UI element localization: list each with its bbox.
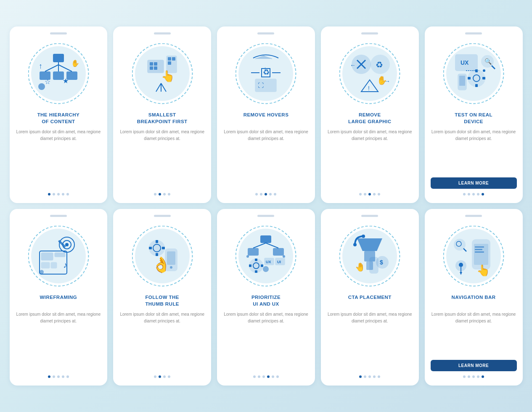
card-title-navbar: NAVIGATION BAR [452,294,496,308]
dot-4 [482,375,484,378]
svg-point-91 [246,255,249,258]
svg-rect-100 [370,257,378,273]
dot-1 [260,193,262,195]
card-body-wireframing: Lorem ipsum dolor sit dim amet, mea regi… [16,311,102,371]
dots-cta [359,375,380,378]
dot-3 [373,375,376,378]
svg-marker-110 [460,272,462,275]
dot-0 [154,375,156,378]
icon-area-device: UX 🔍 [431,38,517,109]
card-title-uiux: PRIORITIZEUI AND UX [251,294,281,308]
card-title-cta: CTA PLACEMENT [348,294,392,308]
card-notch [257,215,274,217]
card-thumb: 👌 FOLLOW THETHUMB RULE Lorem ipsum dolor… [113,209,211,386]
svg-line-79 [266,243,278,248]
svg-text:♻: ♻ [376,60,383,69]
dots-hovers [255,193,276,195]
dot-3 [477,193,479,195]
dot-5 [276,375,279,378]
card-notch [50,32,67,34]
svg-text:UX: UX [461,59,469,66]
dot-4 [378,193,380,195]
card-body-uiux: Lorem ipsum dolor sit dim amet, mea regi… [223,311,309,371]
svg-rect-88 [249,264,251,267]
svg-rect-106 [475,251,484,253]
svg-rect-86 [255,259,257,261]
dot-1 [53,375,55,378]
card-title-hovers: REMOVE HOVERS [244,112,289,125]
dots-graphic [359,193,380,195]
card-grid: ↑ ★ ☆ ✋ THE HIERARCHYOF CONTENT Lorem ip… [10,26,523,386]
dot-2 [262,375,265,378]
dot-0 [255,193,258,195]
card-breakpoint: 👆 SMALLESTBREAKPOINT FIRST Lorem ipsum d… [113,26,211,203]
card-body-device: Lorem ipsum dolor sit dim amet, mea regi… [431,129,517,173]
card-hovers: ♻ ⛶ ↓ REMOVE HOVERS Lorem ipsum dolor si… [217,26,315,203]
svg-rect-18 [168,57,171,61]
icon-area-hierarchy: ↑ ★ ☆ ✋ [16,38,102,109]
card-uiux: UX UI PRIORITIZEUI AND UX Lorem ipsum do… [217,209,315,386]
card-title-breakpoint: SMALLESTBREAKPOINT FIRST [137,112,188,125]
svg-rect-89 [261,264,263,267]
svg-point-63 [40,270,44,274]
svg-point-108 [459,263,463,267]
dot-1 [468,375,470,378]
svg-rect-62 [51,262,57,268]
cta-icon: $ 🤚 [347,232,393,280]
svg-rect-69 [149,247,152,249]
card-title-hierarchy: THE HIERARCHYOF CONTENT [37,112,80,125]
dot-0 [48,375,50,378]
dot-4 [378,375,380,378]
wireframing-icon: ♪ [35,232,82,280]
dot-2 [163,193,166,195]
svg-rect-61 [41,262,50,268]
svg-text:✋: ✋ [71,59,79,67]
svg-rect-70 [162,247,165,249]
svg-point-56 [65,243,69,246]
dot-3 [168,375,170,378]
svg-rect-44 [475,84,478,87]
card-title-wireframing: WIREFRAMING [40,294,77,308]
svg-line-22 [156,83,161,92]
svg-text:UI: UI [277,260,281,264]
dot-1 [258,375,260,378]
dot-2 [472,375,475,378]
svg-rect-67 [156,240,158,243]
svg-rect-16 [154,66,157,70]
icon-area-breakpoint: 👆 [119,38,205,109]
card-wireframing: ♪ WIREFRAMING Lorem ipsum dolor sit dim … [10,209,108,386]
dot-0 [253,375,256,378]
learn-more-button-device[interactable]: LEARN MORE [431,177,517,189]
dot-4 [66,375,69,378]
card-graphic: ♻ ! ✋ ← → REMOVELARGE GRAPHIC Lorem ipsu… [321,26,419,203]
dots-uiux [253,375,279,378]
card-body-hovers: Lorem ipsum dolor sit dim amet, mea regi… [223,129,309,189]
svg-text:👆: 👆 [161,69,175,83]
graphic-icon: ♻ ! ✋ ← → [347,50,393,98]
dot-4 [66,193,69,195]
navbar-icon: 👆 [450,232,497,280]
svg-text:👌: 👌 [152,256,171,274]
dot-3 [373,193,376,195]
learn-more-button-navbar[interactable]: LEARN MORE [431,360,517,371]
dot-0 [154,193,156,195]
card-notch [465,32,482,34]
svg-rect-87 [255,270,257,273]
svg-point-96 [353,243,357,246]
dot-3 [62,375,64,378]
card-body-cta: Lorem ipsum dolor sit dim amet, mea regi… [327,311,413,371]
dots-navbar [463,375,484,378]
dot-4 [272,375,274,378]
svg-text:→: → [384,78,390,85]
dot-3 [477,375,479,378]
icon-area-thumb: 👌 [119,220,205,292]
svg-rect-75 [260,235,271,243]
icon-area-cta: $ 🤚 [327,220,413,292]
svg-text:←: ← [350,62,356,69]
svg-text:↓: ↓ [264,65,267,72]
icon-area-hovers: ♻ ⛶ ↓ [223,38,309,109]
dot-3 [269,193,272,195]
svg-line-48 [492,66,495,69]
card-body-graphic: Lorem ipsum dolor sit dim amet, mea regi… [327,129,413,189]
svg-text:$: $ [380,259,383,266]
